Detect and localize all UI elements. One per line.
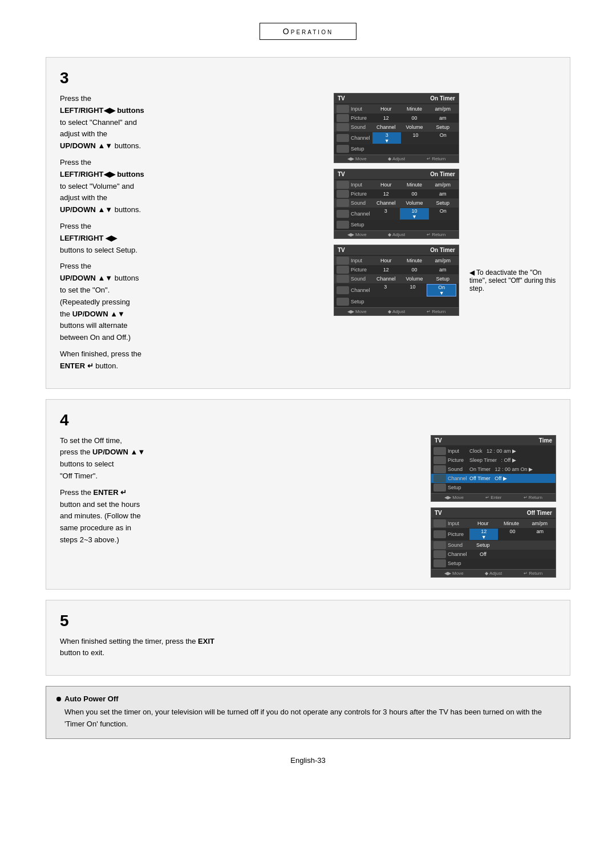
- step3-bold4: UP/DOWN ▲▼: [60, 205, 112, 214]
- tv-off-row-input: Input Hour Minute am/pm: [431, 519, 556, 528]
- step4-para1: To set the Off time, press the UP/DOWN ▲…: [60, 435, 419, 482]
- step-4-text: To set the Off time, press the UP/DOWN ▲…: [60, 435, 419, 551]
- tv-body-3: Input Hour Minute am/pm Picture 12: [334, 255, 459, 307]
- tv-time-screen: TV Time Input Clock 12 : 00 am ▶ Picture…: [431, 435, 556, 502]
- step3-bold1: LEFT/RIGHT◀▶ buttons: [60, 106, 144, 115]
- step4-bold2: ENTER ↵: [94, 488, 127, 497]
- sound-icon: [337, 123, 349, 131]
- tv-offtimer-footer: ◀▶ Move ◆ Adjust ↵ Return: [431, 569, 556, 577]
- step3-para5: When finished, press the ENTER ↵ button.: [60, 348, 322, 372]
- sound-icon-3: [337, 275, 349, 283]
- tv-time-row-picture: Picture Sleep Timer : Off ▶: [431, 456, 556, 465]
- note-title: Auto Power Off: [56, 694, 560, 703]
- channel-icon-off: [433, 550, 446, 558]
- setup-icon: [337, 145, 349, 153]
- step3-bold6: UP/DOWN ▲▼: [60, 274, 112, 282]
- picture-icon-3: [337, 266, 349, 274]
- channel-icon-2: [337, 210, 349, 218]
- step-5-text: When finished setting the timer, press t…: [60, 636, 556, 664]
- step3-bold8: ENTER ↵: [60, 362, 94, 370]
- step4-screens-area: TV Time Input Clock 12 : 00 am ▶ Picture…: [431, 435, 556, 578]
- tv3-row-sound: Sound Channel Volume Setup: [334, 274, 459, 283]
- setup-icon-2: [337, 221, 349, 229]
- tv-time-row-setup: Setup: [431, 483, 556, 492]
- picture-icon-2: [337, 190, 349, 198]
- tv-time-footer: ◀▶ Move ↵ Enter ↵ Return: [431, 493, 556, 501]
- tv-screen-1: TV On Timer Input Hour Minute am/pm: [334, 93, 459, 163]
- step3-bold3: LEFT/RIGHT◀▶ buttons: [60, 170, 144, 178]
- input-icon: [337, 105, 349, 113]
- tv-off-row-channel: Channel Off: [431, 550, 556, 559]
- step-5-box: 5 When finished setting the timer, press…: [46, 600, 570, 676]
- picture-icon-off: [433, 530, 446, 538]
- tv-screen-3: TV On Timer Input Hour Minute am/pm: [334, 245, 459, 316]
- step3-bold2: UP/DOWN ▲▼: [60, 141, 112, 150]
- step-3-number: 3: [60, 69, 556, 87]
- page-footer: English-33: [46, 756, 570, 765]
- step3-para3: Press the LEFT/RIGHT ◀▶ buttons to selec…: [60, 221, 322, 256]
- input-icon-2: [337, 181, 349, 189]
- page-number: English-33: [290, 756, 325, 765]
- tv-body-1: Input Hour Minute am/pm Picture 12 00: [334, 103, 459, 155]
- tv3-row-input: Input Hour Minute am/pm: [334, 256, 459, 265]
- tv-footer-2: ◀▶ Move ◆ Adjust ↵ Return: [334, 230, 459, 238]
- tv-off-row-sound: Sound Setup: [431, 541, 556, 550]
- setup-icon-off: [433, 559, 446, 567]
- tv-screen3-row: TV On Timer Input Hour Minute am/pm: [334, 245, 556, 316]
- tv-row-sound-header: Sound Channel Volume Setup: [334, 123, 459, 132]
- tv3-row-setup: Setup: [334, 297, 459, 306]
- tv3-row-channel: Channel 3 10 On▼: [334, 283, 459, 297]
- channel-icon-time: [433, 474, 446, 482]
- tv-offtimer-body: Input Hour Minute am/pm Picture 12▼ 00: [431, 518, 556, 569]
- input-icon-time: [433, 447, 446, 455]
- picture-icon-time: [433, 456, 446, 464]
- page-header: Operation: [46, 23, 570, 40]
- step-5-content: When finished setting the timer, press t…: [60, 636, 556, 664]
- step-4-content: To set the Off time, press the UP/DOWN ▲…: [60, 435, 556, 578]
- sound-icon-time: [433, 465, 446, 473]
- tv-row-setup: Setup: [334, 144, 459, 153]
- step3-para1: Press the LEFT/RIGHT◀▶ buttons to select…: [60, 93, 322, 152]
- step3-screens-area: TV On Timer Input Hour Minute am/pm: [334, 93, 556, 316]
- step3-bold5: LEFT/RIGHT ◀▶: [60, 234, 117, 242]
- tv-row-picture: Picture 12 00 am: [334, 113, 459, 123]
- tv2-row-picture: Picture 12 00 am: [334, 189, 459, 198]
- tv-body-2: Input Hour Minute am/pm Picture 12 00: [334, 179, 459, 230]
- channel-icon: [337, 134, 349, 142]
- setup-icon-3: [337, 298, 349, 306]
- tv-offtimer-header: TV Off Timer: [431, 508, 556, 518]
- input-icon-3: [337, 257, 349, 265]
- tv-header-2: TV On Timer: [334, 169, 459, 179]
- setup-icon-time: [433, 484, 446, 492]
- sound-icon-off: [433, 541, 446, 549]
- tv2-row-channel: Channel 3 10▼ On: [334, 208, 459, 220]
- note-box: Auto Power Off When you set the timer on…: [46, 686, 570, 739]
- tv-time-body: Input Clock 12 : 00 am ▶ Picture Sleep T…: [431, 445, 556, 493]
- step-4-number: 4: [60, 411, 556, 429]
- step-5-number: 5: [60, 612, 556, 630]
- tv-footer-1: ◀▶ Move ◆ Adjust ↵ Return: [334, 155, 459, 163]
- picture-icon: [337, 114, 349, 122]
- sound-icon-2: [337, 199, 349, 207]
- tv-time-header: TV Time: [431, 436, 556, 445]
- tv-offtimer-screen: TV Off Timer Input Hour Minute am/pm: [431, 507, 556, 578]
- input-icon-off: [433, 519, 446, 527]
- tv-header-3: TV On Timer: [334, 245, 459, 255]
- step-3-box: 3 Press the LEFT/RIGHT◀▶ buttons to sele…: [46, 57, 570, 389]
- tv-row-header: Input Hour Minute am/pm: [334, 104, 459, 113]
- tv-off-row-picture: Picture 12▼ 00 am: [431, 528, 556, 541]
- step-3-content: Press the LEFT/RIGHT◀▶ buttons to select…: [60, 93, 556, 377]
- tv-screen-2: TV On Timer Input Hour Minute am/pm: [334, 169, 459, 239]
- tv3-row-picture: Picture 12 00 am: [334, 265, 459, 274]
- step5-para: When finished setting the timer, press t…: [60, 636, 556, 660]
- tv2-row-setup: Setup: [334, 220, 459, 229]
- step-3-text: Press the LEFT/RIGHT◀▶ buttons to select…: [60, 93, 322, 377]
- step4-para2: Press the ENTER ↵ button and set the hou…: [60, 487, 419, 546]
- step3-bold7: UP/DOWN ▲▼: [72, 310, 125, 318]
- tv-header-1: TV On Timer: [334, 94, 459, 103]
- tv2-row-sound: Sound Channel Volume Setup: [334, 198, 459, 208]
- note-title-text: Auto Power Off: [64, 694, 119, 703]
- channel-icon-3: [337, 286, 349, 294]
- step-4-box: 4 To set the Off time, press the UP/DOWN…: [46, 399, 570, 590]
- bullet-dot: [56, 697, 61, 701]
